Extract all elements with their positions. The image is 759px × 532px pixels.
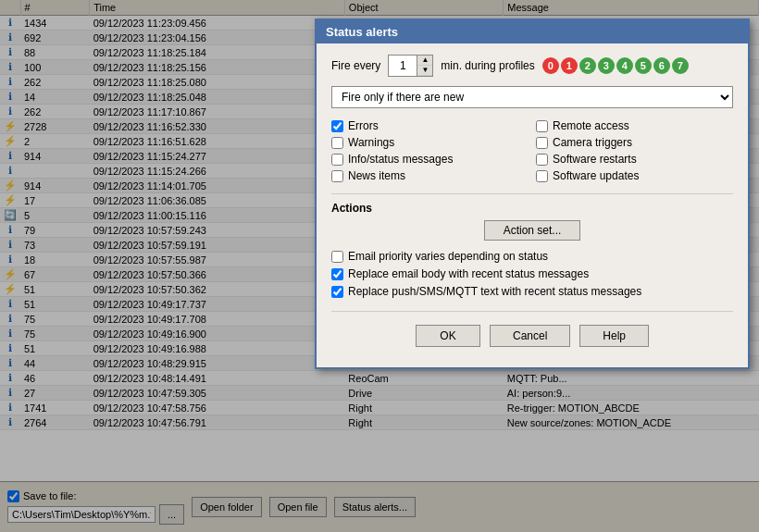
checkbox-cb_software_restarts[interactable] [536,154,548,166]
checkbox-label: Warnings [348,136,394,149]
option-item: Replace email body with recent status me… [331,267,733,280]
option-label: Replace email body with recent status me… [348,267,589,280]
spin-up-button[interactable]: ▲ [417,56,432,66]
profile-pill[interactable]: 4 [616,57,633,74]
checkbox-label: Remote access [553,119,629,132]
modal-title: Status alerts [326,25,398,39]
checkbox-item: Software updates [536,169,733,182]
modal-titlebar: Status alerts [317,20,748,43]
profile-pill[interactable]: 2 [579,57,596,74]
checkbox-item: Errors [331,119,529,132]
checkbox-item: News items [331,169,529,182]
checkbox-grid: Errors Remote access Warnings Camera tri… [331,119,733,182]
option-item: Email priority varies depending on statu… [331,250,733,263]
checkbox-item: Remote access [536,119,733,132]
profile-pill[interactable]: 3 [598,57,615,74]
checkbox-label: Software updates [553,169,639,182]
modal-footer: OK Cancel Help [331,319,733,356]
checkbox-cb_errors[interactable] [331,120,343,132]
actions-section: Actions Action set... [331,202,733,241]
checkbox-label: Software restarts [553,153,637,166]
profile-pill[interactable]: 7 [672,57,689,74]
ok-button[interactable]: OK [416,325,480,347]
main-area: # Time Object Message ℹ 1434 09/12/2023 … [0,0,759,532]
option-label: Replace push/SMS/MQTT text with recent s… [348,285,641,298]
modal-body: Fire every ▲ ▼ min. during profiles 0123… [317,43,748,367]
checkbox-label: News items [348,169,405,182]
spin-wrapper: ▲ ▼ [388,55,433,77]
checkbox-label: Errors [348,119,379,132]
profile-pill[interactable]: 1 [561,57,578,74]
checkbox-item: Software restarts [536,153,733,166]
action-set-button[interactable]: Action set... [484,220,581,241]
checkbox-cb_software_updates[interactable] [536,170,548,182]
checkbox-item: Camera triggers [536,136,733,149]
checkbox-item: Info/status messages [331,153,529,166]
status-alerts-modal: Status alerts Fire every ▲ ▼ min. during… [315,19,750,369]
profile-pill[interactable]: 6 [653,57,670,74]
action-set-row: Action set... [331,220,733,241]
checkbox-cb_news[interactable] [331,170,343,182]
checkbox-cb_camera[interactable] [536,137,548,149]
divider-2 [331,311,733,312]
options-checkboxes: Email priority varies depending on statu… [331,250,733,298]
fire-every-label: Fire every [331,59,380,72]
checkbox-cb_warnings[interactable] [331,137,343,149]
profile-pill[interactable]: 0 [542,57,559,74]
spin-down-button[interactable]: ▼ [417,66,432,76]
fire-condition-dropdown[interactable]: Fire only if there are newFire alwaysFir… [331,86,733,108]
help-button[interactable]: Help [579,325,649,347]
option-opt_replace_email[interactable] [331,268,343,280]
spin-buttons: ▲ ▼ [417,56,432,76]
option-label: Email priority varies depending on statu… [348,250,548,263]
checkbox-label: Camera triggers [553,136,632,149]
profile-pill[interactable]: 5 [635,57,652,74]
checkbox-cb_info[interactable] [331,154,343,166]
cancel-button[interactable]: Cancel [490,325,570,347]
checkbox-item: Warnings [331,136,529,149]
profile-pills: 01234567 [542,57,689,74]
option-opt_replace_push[interactable] [331,286,343,298]
option-item: Replace push/SMS/MQTT text with recent s… [331,285,733,298]
option-opt_email_priority[interactable] [331,251,343,263]
divider-1 [331,193,733,194]
checkbox-cb_remote[interactable] [536,120,548,132]
fire-every-input[interactable] [389,56,417,76]
dropdown-row: Fire only if there are newFire alwaysFir… [331,86,733,108]
profiles-label: min. during profiles [441,59,534,72]
checkbox-label: Info/status messages [348,153,453,166]
actions-label: Actions [331,202,733,215]
fire-every-row: Fire every ▲ ▼ min. during profiles 0123… [331,55,733,77]
